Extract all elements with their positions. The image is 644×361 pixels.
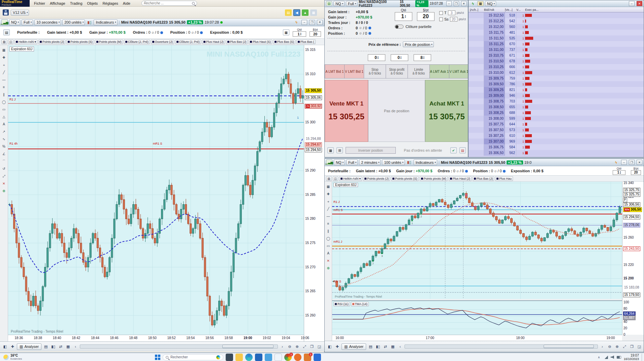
stop-suiveur-checkbox[interactable] [439,18,443,21]
rsi-chip[interactable]: RSI (11) [333,302,350,306]
media-player-icon[interactable]: 1 [304,354,311,361]
chart1-titlebar[interactable]: ▁▃▅ NQ▾ Full▾ 10 secondes▾ 200 unités▾ ▮… [0,19,324,26]
dom-price-cell[interactable]: 15 307,75 [484,121,505,127]
dom-price-cell[interactable]: 15 309,25 [484,87,505,93]
dom-ach-cell[interactable] [469,81,484,87]
dom-price-cell[interactable]: 15 310,75 [484,53,505,58]
dom-ach-cell[interactable] [469,30,484,35]
workspace-select[interactable]: V12 US▾ [11,10,29,16]
expand-tool-icon[interactable]: ⤢ [1,173,7,179]
indicator-chip[interactable]: Clôture (J, Pré) [124,39,150,44]
qty-stepper[interactable]: 1▴▾ [613,170,625,175]
dom-ask-qty-cell[interactable]: 644 [505,121,516,127]
minimize-button[interactable]: – [446,1,452,6]
dom-price-cell[interactable]: 15 308,00 [484,116,505,121]
dom-row[interactable]: 15 307,256101 [469,133,644,139]
menu-objets[interactable]: Objets [85,1,100,6]
stepper-icon[interactable]: ▴▾ [378,56,379,59]
dom-ask-qty-cell[interactable]: 584 [505,144,516,150]
order-button-a-lmt-ask-1[interactable]: A LMT Ask 1 [429,64,449,79]
text-tool-icon[interactable]: A [325,250,331,256]
dom-ladder[interactable]: 15 312,50518115 312,25542115 312,0056011… [469,12,644,156]
dom-ask-qty-cell[interactable]: 562 [505,150,516,156]
dom-ach-cell[interactable] [469,110,484,116]
analyser-button[interactable]: ▥Analyser [342,343,366,350]
dom-ask-qty-cell[interactable]: 969 [505,139,516,144]
tray-icon-battery[interactable] [617,356,621,359]
dom-ach-cell[interactable] [469,93,484,98]
chart2-canvas[interactable]: R1 JmR1 SmR1 JPIV S7312 Expiration 60J P… [332,182,622,299]
sell-market-button[interactable]: Vente MKT 1 15 305,25 [325,80,368,142]
dom-titlebar[interactable]: ϟ ▦ NQ▾ – ✕ [469,0,644,7]
detach-icon[interactable]: ◲ [316,344,322,350]
dom-row[interactable]: 15 312,255421 [469,18,644,24]
lightning-icon[interactable]: ϟ [613,159,619,165]
chart2-indicators-select[interactable]: Indicateurs▾ [414,159,437,165]
zoom-in-icon[interactable]: ⊕ [614,344,620,350]
dom-ask-qty-cell[interactable]: 535 [505,35,516,41]
dom-ask-qty-cell[interactable]: 666 [505,64,516,70]
scroll-right-icon[interactable]: › [599,344,605,350]
horizontal-line-tool-icon[interactable]: ― [1,77,7,83]
dom-row[interactable]: 15 309,507861 [469,81,644,87]
trailing-checkbox[interactable] [439,11,443,15]
menu-aide[interactable]: Aide [121,1,133,6]
dom-ach-cell[interactable] [469,64,484,70]
dom-ach-cell[interactable] [469,87,484,93]
candle-style-icon[interactable]: ▮▯ [50,344,56,350]
zoom-out-icon[interactable]: ⊖ [287,344,293,350]
chart-scrollbar[interactable] [80,344,278,349]
dom-row[interactable]: 15 310,006121 [469,70,644,76]
ellipse-tool-icon[interactable]: ◯ [325,236,331,241]
channel-tool-icon[interactable]: ∥ [1,92,7,97]
start-button[interactable] [155,355,160,360]
dom-price-cell[interactable]: 15 311,50 [484,35,505,41]
dom-row[interactable]: 15 309,757591 [469,76,644,81]
add-tool-icon[interactable]: ⊕ [325,265,331,271]
crosshair-tool-icon[interactable]: ＋ [325,199,331,204]
order-ticks-spinner[interactable]: 8▴▾ [414,54,431,61]
indicator-chip[interactable]: Clôture (J, Pré) [175,39,201,44]
rsi-panel[interactable]: RSI (11) TMA (14) [332,300,622,335]
stop-suiveur-value-field[interactable]: 20 [450,17,457,22]
order-mode-select[interactable]: Full▾ [346,1,357,6]
dom-ach-cell[interactable] [469,18,484,24]
dom-price-cell[interactable]: 15 306,50 [484,150,505,156]
clock-time[interactable]: 19:07 [624,354,639,357]
chart1-canvas[interactable]: R1 JR1 4hmR1 S1 Expiration 60J MINI NASD… [8,45,304,335]
screenshot-icon[interactable]: ❐ [309,344,315,350]
dom-ach-cell[interactable] [469,47,484,53]
code-icon[interactable] [314,354,321,361]
detach-icon[interactable]: ◲ [636,344,642,350]
perpt-field[interactable]: 20 [631,170,641,175]
candle-style-icon[interactable]: ▮▯ [375,344,381,350]
objects-icon[interactable]: ▦ [390,344,396,350]
indicator-chip[interactable]: Plus Bas (J) [226,39,248,44]
dom-price-cell[interactable]: 15 309,50 [484,81,505,87]
dom-row[interactable]: 15 308,757031 [469,98,644,104]
indicator-chip[interactable]: Plus Bas (S) [273,39,295,44]
dom-ach-cell[interactable] [469,121,484,127]
audio-icon[interactable]: ◀ [293,9,300,16]
ellipse-tool-icon[interactable]: ◯ [1,99,7,105]
dom-ask-qty-cell[interactable]: 481 [505,30,516,35]
dom-ask-qty-cell[interactable]: 612 [505,70,516,76]
stepper-icon[interactable]: ▴▾ [300,32,301,36]
dom-ask-qty-cell[interactable]: 518 [505,12,516,18]
percent-tool-icon[interactable]: % [1,144,7,149]
maximize-button[interactable]: ❐ [629,160,635,165]
scroll-left-icon[interactable]: ‹ [72,344,78,350]
stepper-icon[interactable]: ▴▾ [620,171,621,174]
dom-row[interactable]: 15 310,256661 [469,64,644,70]
chip-tool-left-icon[interactable]: ▥ [1,39,7,44]
zoom-out-icon[interactable]: ⊖ [607,344,613,350]
chart1-timeframe-select[interactable]: 10 secondes▾ [34,20,61,25]
dom-row[interactable]: 15 308,256881 [469,110,644,116]
indicator-chip[interactable]: Plus Bas (J) [473,176,494,181]
grid-icon[interactable]: ▦ [327,147,334,153]
dom-price-cell[interactable]: 15 310,00 [484,70,505,76]
dom-ach-cell[interactable] [469,53,484,58]
order-perpt-field[interactable]: 20 [417,12,434,21]
save-icon[interactable] [3,9,9,16]
dom-ask-qty-cell[interactable]: 703 [505,98,516,104]
